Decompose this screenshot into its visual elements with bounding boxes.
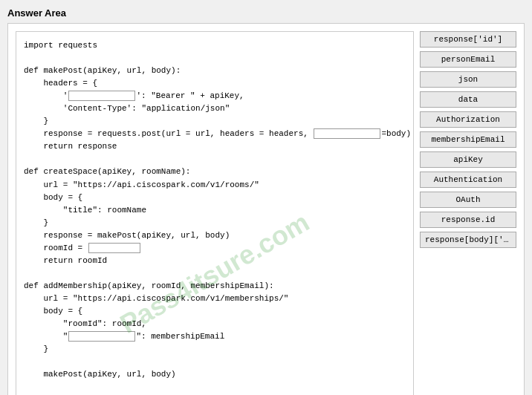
code-line: def makePost(apiKey, url, body): — [24, 65, 406, 77]
code-line: return roomId — [24, 255, 406, 267]
option-json[interactable]: json — [420, 71, 516, 88]
answer-area-label: Answer Area — [7, 7, 525, 19]
code-line: import requests — [24, 39, 406, 52]
code-line — [24, 153, 406, 166]
code-line: } — [24, 115, 406, 128]
code-line: makePost(apiKey, url, body) — [24, 368, 406, 381]
option-oauth[interactable]: OAuth — [420, 192, 516, 208]
code-line: roomId = — [24, 242, 406, 255]
code-line — [24, 267, 406, 280]
blank-1 — [68, 91, 135, 101]
code-line: "roomId": roomId, — [24, 318, 406, 330]
code-line — [24, 52, 406, 65]
blank-4 — [68, 331, 135, 342]
option-apikey[interactable]: apiKey — [420, 151, 516, 168]
code-line: body = { — [24, 192, 406, 204]
code-line: return response — [24, 140, 406, 153]
option-response-body-id[interactable]: response[body]['id'] — [420, 232, 516, 248]
option-response-id[interactable]: response['id'] — [420, 31, 516, 48]
code-line — [24, 356, 406, 368]
blank-3 — [88, 243, 140, 253]
code-line: def createSpace(apiKey, roomName): — [24, 166, 406, 178]
code-line: 'Content-Type': "application/json" — [24, 102, 406, 115]
code-line: response = makePost(apiKey, url, body) — [24, 229, 406, 242]
code-line: '': "Bearer " + apiKey, — [24, 90, 406, 102]
code-line: headers = { — [24, 77, 406, 90]
option-person-email[interactable]: personEmail — [420, 51, 516, 68]
code-line: "title": roomName — [24, 204, 406, 217]
code-line: } — [24, 343, 406, 356]
code-line — [24, 381, 406, 394]
code-line: url = "https://api.ciscospark.com/v1/roo… — [24, 179, 406, 192]
code-line: response = requests.post(url = url, head… — [24, 128, 406, 140]
code-line: body = { — [24, 305, 406, 318]
code-panel: Pass4itsure.com import requests def make… — [16, 31, 414, 395]
code-line: } — [24, 217, 406, 229]
code-line: def addMembership(apiKey, roomId, member… — [24, 280, 406, 293]
option-authorization[interactable]: Authorization — [420, 111, 516, 128]
code-line: url = "https://api.ciscospark.com/v1/mem… — [24, 293, 406, 305]
option-response-dot-id[interactable]: response.id — [420, 212, 516, 228]
option-authentication[interactable]: Authentication — [420, 172, 516, 188]
option-data[interactable]: data — [420, 91, 516, 108]
blank-2 — [314, 128, 380, 139]
code-line: "": membershipEmail — [24, 330, 406, 343]
option-membership-email[interactable]: membershipEmail — [420, 131, 516, 148]
options-panel: response['id'] personEmail json data Aut… — [420, 31, 516, 395]
main-container: Pass4itsure.com import requests def make… — [7, 23, 525, 395]
